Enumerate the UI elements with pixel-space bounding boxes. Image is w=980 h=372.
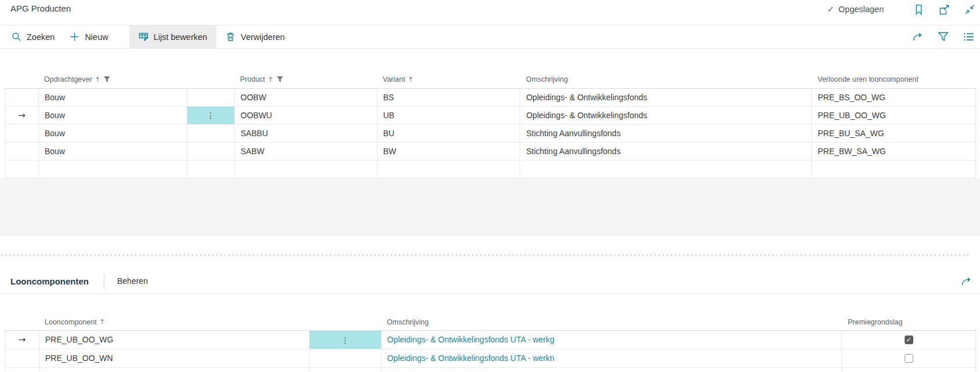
table-row-active: → Bouw ⋮ OOBWU UB Opleidings- & Ontwikke… [5,107,976,125]
column-header-product[interactable]: Product ↑ [234,75,377,83]
column-label: Omschrijving [526,75,568,83]
cell-product[interactable]: OOBWU [235,107,378,124]
row-selector-cell[interactable] [5,349,39,367]
sort-ascending-icon: ↑ [268,76,273,83]
cell-product[interactable] [235,161,378,178]
row-selector-cell[interactable] [5,368,39,372]
cell-context-menu[interactable]: ⋮ [187,107,235,124]
edit-list-icon [139,32,148,42]
cell-looncomponent[interactable] [39,368,310,372]
cell-variant[interactable]: BW [378,143,521,160]
collapse-icon[interactable] [964,3,975,15]
page-title: APG Producten [10,3,71,13]
column-filter-icon [277,76,283,82]
delete-label: Verwijderen [241,32,285,42]
action-toolbar: Zoeken Nieuw Lijst bewerken Verwijderen [0,25,980,49]
column-label: Variant [383,75,405,83]
table-row-active: → PRE_UB_OO_WG ⋮ Opleidings- & Ontwikkel… [5,331,976,349]
edit-list-label: Lijst bewerken [154,32,208,42]
premiegrondslag-checkbox[interactable] [905,354,913,363]
cell-omschrijving[interactable] [520,161,812,178]
cell-looncomponent[interactable]: PRE_UB_OO_WG [39,331,310,349]
cell-opdrachtgever[interactable]: Bouw [39,125,187,142]
search-label: Zoeken [27,32,55,42]
cell-omschrijving[interactable]: Opleidings- & Ontwikkelingsfonds [520,89,812,106]
column-filter-icon [104,76,110,82]
cell-variant[interactable]: UB [378,107,521,124]
column-header-looncomponent[interactable]: Looncomponent ↑ [39,318,309,326]
column-header-verloonde-uren[interactable]: Verloonde uren looncomponent [812,75,976,83]
cell-omschrijving[interactable] [382,368,843,372]
column-header-omschrijving[interactable]: Omschrijving [520,75,812,83]
row-selector-cell[interactable] [5,125,39,142]
table-row: Bouw OOBW BS Opleidings- & Ontwikkelings… [5,89,976,107]
cell-verloonde[interactable]: PRE_BS_OO_WG [812,89,976,106]
manage-menu-button[interactable]: Beheren [117,276,148,286]
filter-icon[interactable] [937,31,949,43]
cell-opdrachtgever[interactable]: Bouw [39,107,187,124]
cell-omschrijving-link[interactable]: Opleidings- & Ontwikkelingsfonds UTA - w… [382,349,843,367]
cell-verloonde[interactable] [812,161,976,178]
column-header-opdrachtgever[interactable]: Opdrachtgever ↑ [38,75,187,83]
bookmark-icon[interactable] [913,3,924,15]
cell-context[interactable] [310,368,382,372]
options-icon[interactable] [963,31,974,43]
column-header-omschrijving[interactable]: Omschrijving [381,318,842,326]
column-label: Omschrijving [387,318,429,326]
row-selector-cell[interactable]: → [5,331,39,349]
column-header-variant[interactable]: Variant ↑ [377,75,520,83]
cell-product[interactable]: SABW [235,143,378,160]
premiegrondslag-checkbox[interactable] [905,335,913,344]
content-background-band [0,178,980,236]
ellipsis-icon: ⋮ [206,111,215,119]
column-header-premiegrondslag[interactable]: Premiegrondslag [842,318,976,326]
cell-looncomponent[interactable]: PRE_UB_OO_WN [39,349,310,367]
cell-variant[interactable] [378,161,521,178]
delete-button[interactable]: Verwijderen [224,25,286,48]
cell-context[interactable] [187,143,235,160]
column-label: Opdrachtgever [44,75,92,83]
cell-variant[interactable]: BS [378,89,521,106]
cell-opdrachtgever[interactable]: Bouw [39,143,187,160]
cell-premiegrondslag [842,349,976,367]
row-selector-cell[interactable] [5,89,39,106]
sort-ascending-icon: ↑ [95,76,100,83]
cell-product[interactable]: OOBW [235,89,378,106]
row-selector-cell[interactable] [5,143,39,160]
trash-icon [226,32,235,42]
save-status-label: Opgeslagen [839,5,884,14]
cell-omschrijving-link[interactable]: Opleidings- & Ontwikkelingsfonds UTA - w… [382,331,843,349]
active-row-arrow-icon: → [18,110,26,121]
cell-context[interactable] [187,125,235,142]
active-row-arrow-icon: → [19,334,26,345]
table-row: PRE_UB_OO_WN Opleidings- & Ontwikkelings… [5,349,976,368]
cell-context[interactable] [310,349,382,367]
row-selector-cell[interactable] [5,161,39,178]
cell-omschrijving[interactable]: Stichting Aanvullingsfonds [520,143,812,160]
cell-verloonde[interactable]: PRE_UB_OO_WG [812,107,976,124]
edit-list-button[interactable]: Lijst bewerken [129,25,217,48]
cell-verloonde[interactable]: PRE_BW_SA_WG [812,143,976,160]
search-button[interactable]: Zoeken [10,25,56,48]
section-title: Looncomponenten [10,276,89,286]
new-button[interactable]: Nieuw [68,25,109,48]
row-selector-cell[interactable]: → [5,107,39,124]
cell-context[interactable] [187,161,235,178]
cell-verloonde[interactable]: PRE_BU_SA_WG [812,125,976,142]
cell-opdrachtgever[interactable]: Bouw [39,89,187,106]
open-in-new-window-icon[interactable] [938,3,950,15]
cell-context[interactable] [187,89,235,106]
cell-omschrijving[interactable]: Stichting Aanvullingsfonds [520,125,812,142]
plus-icon [70,32,79,42]
cell-opdrachtgever[interactable] [39,161,187,178]
cell-omschrijving[interactable]: Opleidings- & Ontwikkelingsfonds [520,107,812,124]
share-icon[interactable] [960,275,972,287]
looncomponenten-table: Looncomponent ↑ Omschrijving Premiegrond… [5,309,976,372]
share-icon[interactable] [912,31,923,43]
new-label: Nieuw [85,32,108,42]
products-table: Opdrachtgever ↑ Product ↑ Variant ↑ Omsc… [5,65,976,178]
cell-context-menu[interactable]: ⋮ [310,331,382,349]
ellipsis-icon: ⋮ [341,336,349,344]
cell-product[interactable]: SABBU [235,125,378,142]
cell-variant[interactable]: BU [378,125,521,142]
